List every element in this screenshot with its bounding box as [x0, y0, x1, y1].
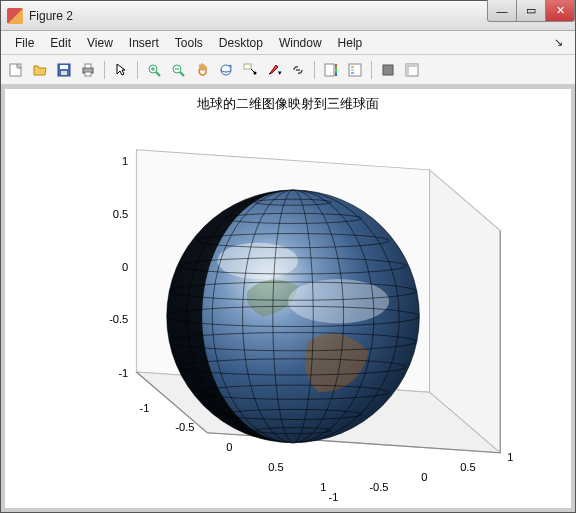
- menu-tools[interactable]: Tools: [167, 34, 211, 52]
- svg-text:▾: ▾: [278, 69, 282, 76]
- matlab-figure-icon: [7, 8, 23, 24]
- svg-rect-6: [85, 72, 91, 76]
- data-cursor-icon[interactable]: [239, 59, 261, 81]
- menu-view[interactable]: View: [79, 34, 121, 52]
- hide-tools-icon[interactable]: [377, 59, 399, 81]
- svg-text:0: 0: [226, 441, 232, 453]
- legend-icon[interactable]: [344, 59, 366, 81]
- window-title: Figure 2: [29, 9, 488, 23]
- menu-file[interactable]: File: [7, 34, 42, 52]
- svg-point-14: [221, 65, 231, 75]
- save-icon[interactable]: [53, 59, 75, 81]
- pointer-icon[interactable]: [110, 59, 132, 81]
- new-figure-icon[interactable]: [5, 59, 27, 81]
- menubar: File Edit View Insert Tools Desktop Wind…: [1, 31, 575, 55]
- svg-text:0.5: 0.5: [113, 208, 128, 220]
- print-icon[interactable]: [77, 59, 99, 81]
- colorbar-icon[interactable]: [320, 59, 342, 81]
- maximize-button[interactable]: ▭: [516, 0, 546, 22]
- menu-overflow-icon[interactable]: ↘: [548, 34, 569, 51]
- svg-text:1: 1: [320, 481, 326, 493]
- menu-window[interactable]: Window: [271, 34, 330, 52]
- svg-text:-0.5: -0.5: [109, 313, 128, 325]
- svg-rect-15: [244, 64, 251, 69]
- rotate3d-icon[interactable]: [215, 59, 237, 81]
- link-plot-icon[interactable]: [287, 59, 309, 81]
- zoom-in-icon[interactable]: [143, 59, 165, 81]
- svg-rect-5: [85, 64, 91, 68]
- axes-3d[interactable]: 地球的二维图像映射到三维球面 1: [5, 89, 571, 508]
- figure-window: Figure 2 — ▭ ✕ File Edit View Insert Too…: [0, 0, 576, 513]
- svg-rect-29: [406, 64, 409, 76]
- svg-rect-21: [335, 64, 337, 76]
- svg-text:0: 0: [421, 471, 427, 483]
- zoom-out-icon[interactable]: [167, 59, 189, 81]
- svg-point-17: [254, 71, 257, 74]
- svg-line-8: [156, 72, 160, 76]
- svg-text:1: 1: [507, 451, 513, 463]
- menu-edit[interactable]: Edit: [42, 34, 79, 52]
- svg-rect-2: [60, 65, 68, 69]
- show-tools-icon[interactable]: [401, 59, 423, 81]
- minimize-button[interactable]: —: [487, 0, 517, 22]
- z-axis-ticks: 1 0.5 0 -0.5 -1: [109, 155, 128, 379]
- open-icon[interactable]: [29, 59, 51, 81]
- toolbar-separator: [104, 61, 105, 79]
- svg-text:-1: -1: [329, 491, 339, 503]
- svg-text:1: 1: [122, 155, 128, 167]
- svg-rect-20: [325, 64, 334, 76]
- svg-text:-1: -1: [118, 367, 128, 379]
- close-button[interactable]: ✕: [545, 0, 575, 22]
- menu-desktop[interactable]: Desktop: [211, 34, 271, 52]
- menu-insert[interactable]: Insert: [121, 34, 167, 52]
- svg-line-12: [180, 72, 184, 76]
- toolbar-separator: [371, 61, 372, 79]
- brush-icon[interactable]: ▾: [263, 59, 285, 81]
- figure-canvas-container: 地球的二维图像映射到三维球面 1: [1, 85, 575, 512]
- svg-rect-3: [61, 71, 67, 75]
- axes-svg: 1 0.5 0 -0.5 -1 -1 -0.5 0 0.5 1 -1: [5, 89, 571, 513]
- svg-text:0.5: 0.5: [460, 461, 475, 473]
- svg-text:0: 0: [122, 261, 128, 273]
- toolbar: ▾: [1, 55, 575, 85]
- toolbar-separator: [314, 61, 315, 79]
- svg-rect-22: [349, 64, 361, 76]
- svg-text:-0.5: -0.5: [369, 481, 388, 493]
- menu-help[interactable]: Help: [330, 34, 371, 52]
- x-axis-ticks: -1 -0.5 0 0.5 1: [329, 451, 514, 503]
- svg-text:-1: -1: [140, 402, 150, 414]
- svg-text:0.5: 0.5: [268, 461, 283, 473]
- svg-text:-0.5: -0.5: [175, 421, 194, 433]
- window-controls: — ▭ ✕: [488, 1, 575, 30]
- toolbar-separator: [137, 61, 138, 79]
- titlebar[interactable]: Figure 2 — ▭ ✕: [1, 1, 575, 31]
- svg-rect-26: [383, 65, 393, 75]
- pan-icon[interactable]: [191, 59, 213, 81]
